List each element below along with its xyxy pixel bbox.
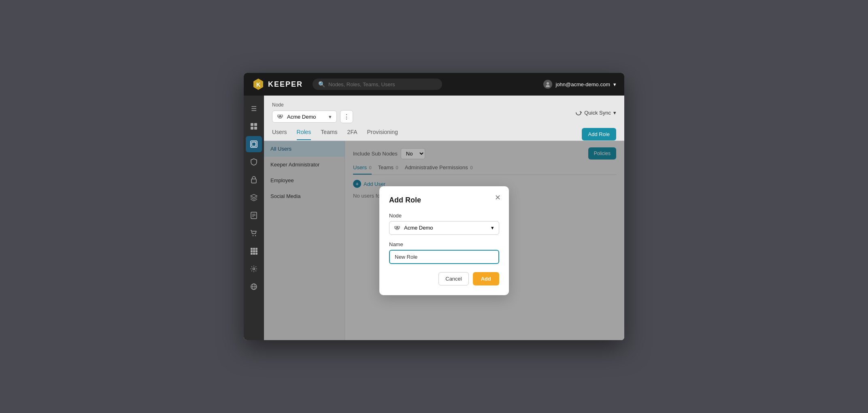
- modal-node-group: Node Acme Demo ▾: [389, 213, 499, 235]
- app-window: K KEEPER 🔍 john@acme-demo.com ▾ ☰: [244, 73, 624, 340]
- sidebar-item-menu[interactable]: ☰: [246, 100, 262, 117]
- sidebar-item-reports[interactable]: [246, 207, 262, 224]
- sidebar-item-globe[interactable]: [246, 279, 262, 295]
- sidebar-item-cart[interactable]: [246, 225, 262, 241]
- svg-rect-17: [251, 248, 253, 250]
- svg-rect-9: [252, 142, 256, 146]
- tab-users[interactable]: Users: [272, 129, 287, 140]
- tab-provisioning[interactable]: Provisioning: [367, 129, 398, 140]
- sidebar-item-roles[interactable]: [246, 136, 262, 152]
- svg-point-15: [253, 235, 253, 236]
- modal-node-dropdown[interactable]: Acme Demo ▾: [389, 221, 499, 235]
- svg-rect-4: [251, 123, 253, 126]
- modal-title: Add Role: [389, 196, 499, 204]
- sidebar-item-lock[interactable]: [246, 172, 262, 188]
- svg-rect-5: [254, 123, 257, 126]
- modal-name-label: Name: [389, 241, 499, 247]
- node-menu-button[interactable]: ⋮: [340, 110, 353, 123]
- svg-rect-7: [254, 127, 257, 130]
- tabs: Users Roles Teams 2FA Provisioning: [272, 129, 398, 140]
- user-email: john@acme-demo.com: [555, 81, 610, 87]
- sidebar-item-layers[interactable]: [246, 189, 262, 206]
- node-label: Node: [272, 102, 353, 108]
- search-input[interactable]: [328, 81, 436, 87]
- tabs-row: Users Roles Teams 2FA Provisioning Add R…: [264, 123, 624, 141]
- sidebar-item-grid[interactable]: [246, 243, 262, 259]
- modal-name-input[interactable]: [389, 250, 499, 264]
- keeper-logo-text: KEEPER: [268, 80, 303, 89]
- add-role-button[interactable]: Add Role: [582, 128, 616, 141]
- svg-rect-23: [251, 253, 253, 255]
- tab-roles[interactable]: Roles: [297, 129, 311, 140]
- tab-teams[interactable]: Teams: [321, 129, 337, 140]
- svg-rect-19: [255, 248, 257, 250]
- svg-rect-6: [251, 127, 253, 130]
- svg-point-26: [253, 268, 255, 270]
- svg-rect-21: [253, 250, 255, 252]
- svg-rect-24: [253, 253, 255, 255]
- keeper-logo-icon: K: [252, 78, 265, 91]
- add-button[interactable]: Add: [473, 272, 499, 285]
- tab-2fa[interactable]: 2FA: [347, 129, 357, 140]
- node-dropdown[interactable]: Acme Demo ▾: [272, 111, 337, 123]
- keeper-logo: K KEEPER: [252, 78, 303, 91]
- topbar: K KEEPER 🔍 john@acme-demo.com ▾: [244, 73, 624, 96]
- node-dropdown-chevron: ▾: [329, 114, 332, 120]
- svg-rect-10: [251, 179, 256, 183]
- modal-name-group: Name: [389, 241, 499, 264]
- content-split: All Users Keeper Administrator Employee …: [264, 141, 624, 340]
- sidebar-item-dashboard[interactable]: [246, 118, 262, 134]
- quick-sync-chevron: ▾: [613, 110, 616, 116]
- modal-node-value: Acme Demo: [404, 225, 433, 231]
- svg-rect-18: [253, 248, 255, 250]
- user-menu-chevron: ▾: [613, 81, 616, 87]
- quick-sync-label: Quick Sync: [584, 110, 611, 116]
- main-layout: ☰: [244, 96, 624, 340]
- svg-rect-25: [255, 253, 257, 255]
- icon-sidebar: ☰: [244, 96, 264, 340]
- modal-close-button[interactable]: ✕: [493, 193, 502, 202]
- modal-node-chevron: ▾: [491, 225, 494, 231]
- modal-actions: Cancel Add: [389, 272, 499, 285]
- node-selected-value: Acme Demo: [287, 114, 316, 120]
- cancel-button[interactable]: Cancel: [438, 272, 468, 285]
- modal-node-label: Node: [389, 213, 499, 219]
- quick-sync-button[interactable]: Quick Sync ▾: [575, 109, 616, 116]
- sidebar-item-settings[interactable]: [246, 261, 262, 277]
- content-area: Node Acme Demo ▾ ⋮: [264, 96, 624, 340]
- svg-point-16: [255, 235, 256, 236]
- svg-text:K: K: [256, 81, 260, 88]
- add-role-modal: Add Role ✕ Node Acme Demo: [379, 186, 509, 295]
- svg-rect-22: [255, 250, 257, 252]
- user-avatar-icon: [543, 80, 552, 89]
- svg-rect-20: [251, 250, 253, 252]
- user-menu[interactable]: john@acme-demo.com ▾: [543, 80, 616, 89]
- search-icon: 🔍: [318, 81, 325, 87]
- node-header: Node Acme Demo ▾ ⋮: [264, 96, 624, 123]
- sidebar-item-shield[interactable]: [246, 154, 262, 170]
- node-selector-row: Acme Demo ▾ ⋮: [272, 110, 353, 123]
- node-section: Node Acme Demo ▾ ⋮: [272, 102, 353, 123]
- modal-overlay[interactable]: Add Role ✕ Node Acme Demo: [264, 141, 624, 340]
- svg-point-2: [547, 82, 549, 85]
- search-bar[interactable]: 🔍: [313, 79, 442, 90]
- svg-point-3: [546, 85, 550, 87]
